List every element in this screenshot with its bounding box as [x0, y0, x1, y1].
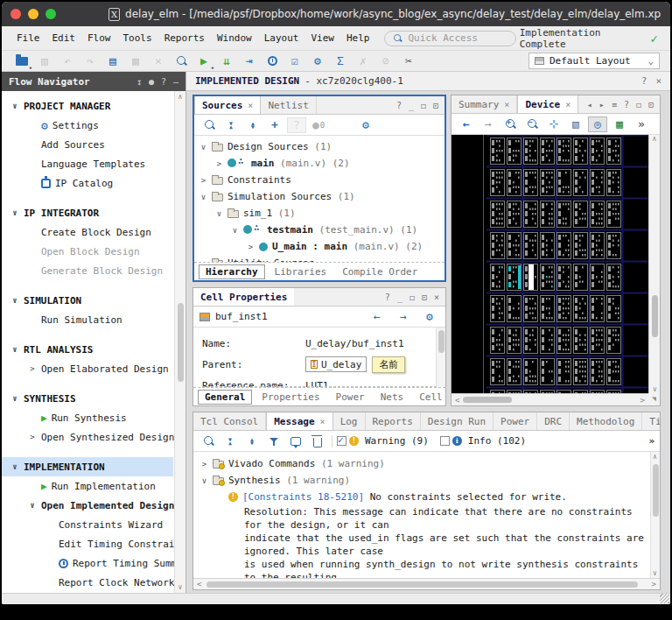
flownav-run-synthesis[interactable]: ▶Run Synthesis: [2, 408, 173, 427]
warning-filter-checkbox[interactable]: [337, 436, 346, 446]
select-area-icon[interactable]: ▧: [566, 116, 585, 132]
flownav-rtl-analysis[interactable]: ∨RTL ANALYSIS: [2, 340, 173, 359]
tree-item-utility-sources[interactable]: >Utility Sources: [196, 255, 444, 262]
panel-icon[interactable]: ◂: [587, 100, 592, 109]
panel-icon[interactable]: ⊡: [422, 292, 427, 302]
quick-access-search[interactable]: Quick Access: [384, 31, 515, 46]
tree-item-sim-1[interactable]: ∨sim_1 (1): [196, 205, 444, 222]
tab-design-run[interactable]: Design Run: [421, 412, 494, 430]
flownav-constraints-wizard[interactable]: Constraints Wizard: [2, 515, 173, 534]
info-filter-checkbox[interactable]: [440, 436, 450, 446]
bottom-tab-nets[interactable]: Nets: [374, 391, 410, 404]
flownav-synthesis[interactable]: ∨SYNTHESIS: [2, 389, 173, 408]
tree-item-design-sources[interactable]: ∨Design Sources (1): [196, 138, 444, 155]
pin-icon[interactable]: ↧: [136, 77, 142, 87]
flownav-simulation[interactable]: ∨SIMULATION: [2, 291, 173, 310]
resume-icon[interactable]: ⇥: [240, 53, 259, 69]
panel-icon[interactable]: ?: [624, 100, 629, 109]
find-icon[interactable]: [172, 53, 191, 69]
close-icon[interactable]: ×: [655, 75, 662, 87]
parent-cell-field[interactable]: IU_delay: [305, 356, 367, 372]
help-icon[interactable]: ?: [641, 75, 648, 87]
zoom-fit-icon[interactable]: ⊹: [544, 116, 564, 132]
expand-all-icon[interactable]: ▲▼: [243, 117, 262, 133]
flownav-implementation[interactable]: ∨IMPLEMENTATION: [2, 457, 173, 476]
bottom-tab-libraries[interactable]: Libraries: [269, 265, 333, 278]
flownav-open-elaborated-design[interactable]: >Open Elaborated Design: [2, 359, 173, 378]
bottom-tab-properties[interactable]: Properties: [256, 391, 326, 404]
panel-icon[interactable]: ?: [396, 101, 402, 110]
panel-icon[interactable]: ≡: [612, 100, 617, 109]
probes-icon[interactable]: ✂: [399, 53, 418, 69]
filter-icon[interactable]: [264, 433, 284, 449]
routing-resources-icon[interactable]: ▦: [610, 116, 629, 132]
menu-window[interactable]: Window: [211, 31, 258, 46]
panel-icon[interactable]: ◻: [410, 292, 415, 302]
flownav-ip-integrator[interactable]: ∨IP INTEGRATOR: [2, 203, 173, 222]
menu-file[interactable]: File: [10, 31, 46, 46]
tree-item-u-main-main[interactable]: >U_main : main (main.v) (2): [196, 238, 444, 255]
collapse-all-icon[interactable]: ▼▲: [220, 433, 240, 449]
menu-layout[interactable]: Layout: [258, 31, 305, 46]
help-box-icon[interactable]: ?: [287, 117, 306, 133]
menu-reports[interactable]: Reports: [158, 31, 211, 46]
back-icon[interactable]: ←: [368, 309, 387, 325]
messages-vertical-scrollbar[interactable]: ∧ ∨: [650, 452, 660, 578]
settings-icon[interactable]: ⚙: [356, 117, 375, 133]
tab-tcl-consol[interactable]: Tcl Consol: [193, 412, 266, 430]
bottom-tab-hierarchy[interactable]: Hierarchy: [199, 264, 265, 279]
close-tab-icon[interactable]: ×: [565, 100, 570, 109]
menu-flow[interactable]: Flow: [81, 31, 117, 46]
delete-icon[interactable]: ×: [149, 53, 168, 69]
flownav-edit-timing-constraints[interactable]: Edit Timing Constraints: [2, 534, 173, 553]
tab-summary[interactable]: Summary×: [452, 95, 517, 113]
tree-item-vivado-commands[interactable]: >Vivado Commands (1 warning): [197, 455, 660, 472]
panel-icon[interactable]: ×: [434, 292, 439, 302]
flownav-report-clock-networks[interactable]: Report Clock Networks: [2, 573, 173, 592]
flownav-run-simulation[interactable]: Run Simulation: [2, 310, 173, 329]
report-icon[interactable]: ☑: [285, 53, 304, 69]
panel-icon[interactable]: ⊡: [648, 100, 654, 109]
zoom-out-icon[interactable]: −: [522, 116, 542, 132]
tab-log[interactable]: Log: [333, 412, 366, 430]
settings-icon[interactable]: ⚙: [308, 53, 327, 69]
flownav-settings[interactable]: ⚙Settings: [2, 116, 173, 135]
attach-icon[interactable]: ⊘: [376, 53, 396, 69]
device-corner-icon[interactable]: ◥: [648, 393, 660, 405]
bottom-tab-compile-order[interactable]: Compile Order: [336, 265, 424, 278]
menu-view[interactable]: View: [304, 31, 340, 46]
menu-help[interactable]: Help: [340, 31, 376, 46]
flownav-report-timing-summary[interactable]: Report Timing Summary: [2, 553, 173, 573]
tab-sources[interactable]: Sources×: [194, 96, 261, 114]
message-id-link[interactable]: [Constraints 18-5210]: [242, 491, 364, 503]
toolbar-overflow-icon[interactable]: »: [648, 435, 654, 447]
tree-item-constraints[interactable]: >Constraints: [196, 172, 444, 188]
scroll-thumb[interactable]: [178, 303, 184, 382]
device-view[interactable]: ∧∨ <> ◥: [452, 135, 660, 405]
device-vertical-scrollbar[interactable]: ∧∨: [648, 135, 660, 393]
undo-icon[interactable]: ↶: [58, 53, 77, 69]
flownav-project-manager[interactable]: ∨PROJECT MANAGER: [2, 96, 173, 116]
open-project-icon[interactable]: [12, 53, 32, 69]
paste-icon[interactable]: ▦: [126, 53, 145, 69]
comment-icon[interactable]: [286, 433, 305, 449]
flownav-open-synthesized-design[interactable]: >Open Synthesized Design: [2, 427, 173, 447]
zoom-in-icon[interactable]: +: [500, 116, 520, 132]
tab-drc[interactable]: DRC: [537, 412, 570, 430]
panel-icon[interactable]: ◻: [636, 100, 641, 109]
overflow-icon[interactable]: »: [632, 116, 651, 132]
search-icon[interactable]: [199, 433, 218, 449]
tab-power[interactable]: Power: [494, 412, 537, 430]
bottom-tab-general[interactable]: General: [198, 390, 252, 405]
device-horizontal-scrollbar[interactable]: <>: [452, 393, 648, 405]
expand-all-icon[interactable]: ▲▼: [242, 433, 262, 449]
flownav-open-implemented-design[interactable]: ∨Open Implemented Design: [2, 496, 173, 515]
cell-properties-scrollbar[interactable]: [436, 328, 445, 387]
minimize-window-button[interactable]: [28, 9, 38, 19]
flownav-run-implementation[interactable]: ▶Run Implementation: [2, 476, 173, 496]
clear-icon[interactable]: [308, 433, 327, 449]
save-icon[interactable]: ▥: [35, 53, 54, 69]
minimize-icon[interactable]: —: [173, 77, 178, 87]
panel-icon[interactable]: _: [409, 101, 414, 110]
settings-icon[interactable]: ⚙: [420, 309, 439, 325]
